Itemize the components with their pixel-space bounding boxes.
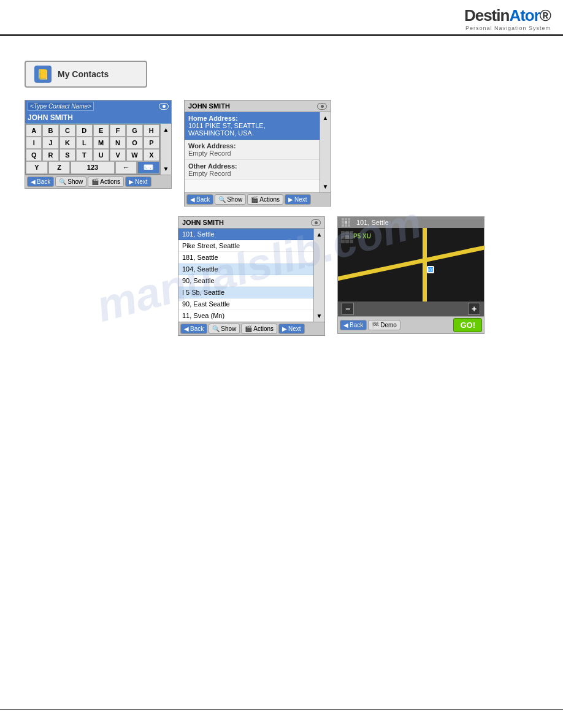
keyboard-bottom-bar: ◀ Back 🔍 Show 🎬 Actions ▶ Next: [25, 175, 171, 188]
back-button-s3[interactable]: ◀ Back: [180, 324, 207, 334]
key-backspace[interactable]: ←: [115, 161, 137, 174]
show-button-s2[interactable]: 🔍 Show: [215, 194, 246, 205]
back-arrow-icon: ◀: [31, 178, 36, 185]
map-bottom-bar: ◀ Back 🏁 Demo GO!: [338, 316, 484, 333]
key-123[interactable]: 123: [71, 161, 114, 174]
key-B[interactable]: B: [42, 124, 58, 137]
actions-button-s1[interactable]: 🎬 Actions: [88, 176, 124, 187]
screens-section: <Type Contact Name> JOHN SMITH A B: [25, 100, 538, 336]
zoom-in-button[interactable]: +: [468, 303, 480, 315]
map-location-marker: 101: [427, 266, 434, 273]
scroll-down[interactable]: ▼: [161, 164, 171, 173]
key-K[interactable]: K: [59, 137, 75, 149]
route-scroll-up[interactable]: ▲: [314, 230, 324, 239]
addr-scroll-up[interactable]: ▲: [320, 113, 331, 123]
key-O[interactable]: O: [126, 137, 142, 149]
key-A[interactable]: A: [26, 124, 42, 137]
back-button-s2[interactable]: ◀ Back: [186, 194, 213, 205]
contacts-icon: 📒: [34, 66, 52, 83]
screens-row-2: JOHN SMITH 101, Settle Pike Street, Seat…: [25, 216, 538, 336]
route-list-screen: JOHN SMITH 101, Settle Pike Street, Seat…: [178, 216, 325, 336]
key-Y[interactable]: Y: [26, 161, 48, 174]
eye-icon-screen2: [317, 103, 327, 110]
show-icon: 🔍: [59, 178, 66, 185]
key-J[interactable]: J: [42, 137, 58, 149]
map-area[interactable]: 101 P5 XU: [338, 228, 484, 301]
header: DestinAtor® Personal Navigation System: [0, 0, 563, 36]
address-scroll: ▲ ▼: [320, 112, 331, 192]
key-Z[interactable]: Z: [48, 161, 71, 174]
screens-row-1: <Type Contact Name> JOHN SMITH A B: [25, 100, 538, 207]
demo-button-s4[interactable]: 🏁 Demo: [368, 320, 400, 330]
key-E[interactable]: E: [93, 124, 109, 137]
zoom-out-button[interactable]: −: [342, 303, 354, 315]
route-item-6[interactable]: 90, East Seattle: [178, 298, 313, 310]
next-button-s3[interactable]: ▶ Next: [278, 324, 305, 334]
main-content: 📒 My Contacts <Type Contact Name> JOHN S…: [0, 36, 563, 348]
key-P[interactable]: P: [144, 137, 159, 149]
logo: DestinAtor® Personal Navigation System: [464, 6, 551, 31]
key-G[interactable]: G: [126, 124, 142, 137]
key-D[interactable]: D: [76, 124, 92, 137]
back-button-s4[interactable]: ◀ Back: [340, 320, 367, 330]
scroll-up[interactable]: ▲: [161, 125, 171, 134]
key-W[interactable]: W: [126, 149, 142, 161]
key-F[interactable]: F: [110, 124, 126, 137]
show-button-s3[interactable]: 🔍 Show: [209, 324, 240, 334]
back-arrow-icon-s3: ◀: [184, 325, 189, 332]
go-button[interactable]: GO!: [453, 318, 482, 332]
my-contacts-label: My Contacts: [58, 69, 109, 79]
back-arrow-icon-s4: ◀: [343, 322, 348, 328]
route-item-1[interactable]: Pike Street, Seattle: [178, 240, 313, 252]
map-label-p5xu: P5 XU: [353, 233, 371, 240]
map-road-main: [338, 245, 484, 281]
route-item-4[interactable]: 90, Seattle: [178, 275, 313, 287]
key-N[interactable]: N: [110, 137, 126, 149]
route-item-3[interactable]: 104, Seattle: [178, 264, 313, 275]
key-I[interactable]: I: [26, 137, 42, 149]
key-R[interactable]: R: [42, 149, 58, 161]
next-button-s2[interactable]: ▶ Next: [285, 194, 311, 205]
actions-icon-s2: 🎬: [251, 196, 258, 203]
key-L[interactable]: L: [76, 137, 92, 149]
key-keyboard[interactable]: ⌨: [137, 161, 159, 174]
key-H[interactable]: H: [144, 124, 159, 137]
show-icon-s3: 🔍: [212, 325, 220, 332]
key-S[interactable]: S: [59, 149, 75, 161]
address-item-work[interactable]: Work Address: Empty Record: [185, 140, 320, 160]
logo-part2: Ator: [509, 6, 539, 25]
map-overlay-icon: [341, 231, 353, 243]
route-scroll-down[interactable]: ▼: [314, 311, 324, 320]
key-U[interactable]: U: [93, 149, 109, 161]
address-item-other[interactable]: Other Address: Empty Record: [185, 160, 320, 180]
addr-scroll-down[interactable]: ▼: [320, 182, 331, 191]
eye-icon-screen1: [159, 103, 169, 110]
my-contacts-section: 📒 My Contacts: [25, 61, 538, 88]
key-C[interactable]: C: [59, 124, 75, 137]
type-hint: <Type Contact Name>: [28, 102, 94, 111]
next-button-s1[interactable]: ▶ Next: [125, 176, 151, 187]
key-M[interactable]: M: [93, 137, 109, 149]
keyboard-scroll: ▲ ▼: [160, 124, 171, 175]
logo-part1: Destin: [464, 6, 509, 25]
back-button-s1[interactable]: ◀ Back: [27, 176, 54, 187]
next-arrow-icon: ▶: [129, 178, 134, 185]
keyboard-screen: <Type Contact Name> JOHN SMITH A B: [25, 100, 172, 189]
address-screen: JOHN SMITH Home Address: 1011 PIKE ST, S…: [184, 100, 331, 207]
keyboard-input-value: JOHN SMITH: [28, 113, 73, 122]
key-V[interactable]: V: [110, 149, 126, 161]
route-item-0[interactable]: 101, Settle: [178, 229, 313, 240]
key-Q[interactable]: Q: [26, 149, 42, 161]
my-contacts-button[interactable]: 📒 My Contacts: [25, 61, 147, 88]
route-item-5[interactable]: I 5 Sb, Seattle: [178, 287, 313, 298]
route-item-2[interactable]: 181, Seattle: [178, 252, 313, 264]
show-button-s1[interactable]: 🔍 Show: [55, 176, 86, 187]
actions-icon-s3: 🎬: [245, 325, 252, 332]
route-item-7[interactable]: 11, Svea (Mn): [178, 310, 313, 322]
actions-button-s2[interactable]: 🎬 Actions: [247, 194, 283, 205]
show-icon-s2: 🔍: [218, 196, 226, 203]
key-T[interactable]: T: [76, 149, 92, 161]
key-X[interactable]: X: [144, 149, 159, 161]
actions-button-s3[interactable]: 🎬 Actions: [241, 324, 277, 334]
address-item-home[interactable]: Home Address: 1011 PIKE ST, SEATTLE, WAS…: [185, 112, 320, 140]
